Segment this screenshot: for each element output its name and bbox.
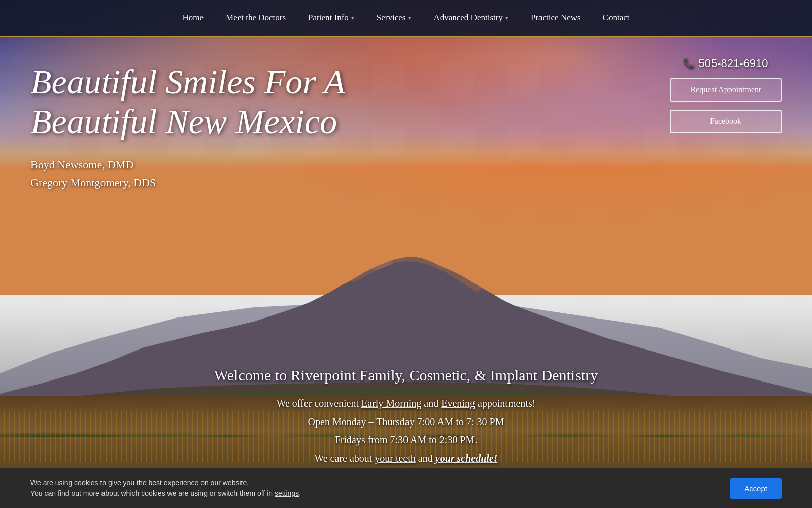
phone-text: 505-821-6910 bbox=[698, 57, 768, 70]
welcome-body: We offer convenient Early Morning and Ev… bbox=[0, 394, 812, 467]
hero-tagline: Beautiful Smiles For A Beautiful New Mex… bbox=[30, 62, 416, 141]
nav-link-patient-info[interactable]: Patient Info ▾ bbox=[297, 13, 365, 23]
facebook-button[interactable]: Facebook bbox=[670, 110, 782, 133]
phone-number: 📞 505-821-6910 bbox=[683, 57, 768, 70]
nav-item-doctors[interactable]: Meet the Doctors bbox=[215, 13, 297, 23]
nav-item-patient-info[interactable]: Patient Info ▾ bbox=[297, 13, 365, 23]
nav-item-contact[interactable]: Contact bbox=[592, 13, 641, 23]
doctor1-name: Boyd Newsome, DMD bbox=[30, 155, 416, 173]
nav-links: Home Meet the Doctors Patient Info ▾ Ser… bbox=[171, 13, 640, 23]
accept-cookies-button[interactable]: Accept bbox=[730, 478, 782, 499]
cookie-line2: You can find out more about which cookie… bbox=[30, 488, 709, 499]
phone-icon: 📞 bbox=[683, 58, 694, 69]
hero-text-left: Beautiful Smiles For A Beautiful New Mex… bbox=[30, 62, 416, 192]
nav-link-advanced-dentistry[interactable]: Advanced Dentistry ▾ bbox=[422, 13, 519, 23]
nav-item-advanced-dentistry[interactable]: Advanced Dentistry ▾ bbox=[422, 13, 519, 23]
welcome-line3: Fridays from 7:30 AM to 2:30 PM. bbox=[0, 431, 812, 449]
welcome-section: Welcome to Riverpoint Family, Cosmetic, … bbox=[0, 367, 812, 467]
doctor2-name: Gregory Montgomery, DDS bbox=[30, 174, 416, 192]
cookie-banner: We are using cookies to give you the bes… bbox=[0, 468, 812, 508]
cookie-settings-link[interactable]: settings bbox=[275, 489, 299, 497]
welcome-title: Welcome to Riverpoint Family, Cosmetic, … bbox=[0, 367, 812, 384]
right-panel: 📞 505-821-6910 Request Appointment Faceb… bbox=[670, 57, 782, 133]
chevron-down-icon: ▾ bbox=[408, 15, 411, 21]
hero-doctors: Boyd Newsome, DMD Gregory Montgomery, DD… bbox=[30, 155, 416, 191]
nav-link-contact[interactable]: Contact bbox=[592, 13, 641, 23]
nav-link-practice-news[interactable]: Practice News bbox=[520, 13, 592, 23]
nav-item-practice-news[interactable]: Practice News bbox=[520, 13, 592, 23]
chevron-down-icon: ▾ bbox=[505, 15, 509, 21]
nav-item-services[interactable]: Services ▾ bbox=[365, 13, 423, 23]
nav-link-doctors[interactable]: Meet the Doctors bbox=[215, 13, 297, 23]
welcome-line2: Open Monday – Thursday 7:00 AM to 7: 30 … bbox=[0, 412, 812, 431]
welcome-line4: We care about your teeth and your schedu… bbox=[0, 449, 812, 467]
nav-item-home[interactable]: Home bbox=[171, 13, 215, 23]
welcome-line1: We offer convenient Early Morning and Ev… bbox=[0, 394, 812, 412]
chevron-down-icon: ▾ bbox=[351, 15, 354, 21]
navigation: Home Meet the Doctors Patient Info ▾ Ser… bbox=[0, 0, 812, 37]
cookie-text: We are using cookies to give you the bes… bbox=[30, 478, 709, 499]
request-appointment-button[interactable]: Request Appointment bbox=[670, 78, 782, 102]
nav-link-services[interactable]: Services ▾ bbox=[365, 13, 423, 23]
nav-link-home[interactable]: Home bbox=[171, 13, 215, 23]
cookie-line1: We are using cookies to give you the bes… bbox=[30, 478, 709, 488]
